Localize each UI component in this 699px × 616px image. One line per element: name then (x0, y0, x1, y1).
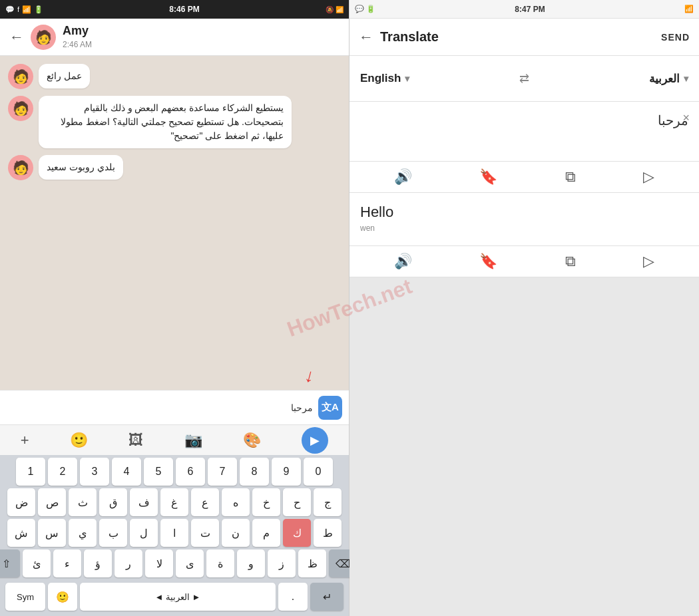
target-lang-chevron: ▾ (684, 73, 688, 84)
key-7[interactable]: 7 (208, 458, 237, 486)
key-jim[interactable]: ج (314, 488, 342, 516)
right-panel: 💬 🔋 8:47 PM 📶 ← Translate SEND English ▾… (350, 0, 699, 616)
send-button[interactable]: ▶ (302, 427, 328, 454)
key-ya[interactable]: ي (69, 519, 97, 547)
result-bookmark-icon[interactable]: 🔖 (479, 253, 497, 270)
lang-selector: English ▾ ⇄ العربية ▾ (350, 56, 699, 102)
translate-header: ← Translate SEND (350, 19, 699, 56)
clear-button[interactable]: × (682, 111, 690, 125)
avatar-header: 🧑 (31, 25, 56, 50)
send-link[interactable]: SEND (661, 32, 690, 43)
key-ra[interactable]: ر (115, 549, 142, 577)
wifi-icon-r: 📶 (684, 5, 694, 13)
back-button-right[interactable]: ← (359, 29, 373, 46)
key-hha[interactable]: ح (283, 488, 311, 516)
key-2[interactable]: 2 (48, 458, 77, 486)
key-alef[interactable]: ا (160, 519, 188, 547)
key-zain[interactable]: ز (268, 549, 296, 577)
avatar-1: 🧑 (8, 64, 33, 89)
key-6[interactable]: 6 (176, 458, 205, 486)
key-ta[interactable]: ت (191, 519, 219, 547)
result-speaker-icon[interactable]: 🔊 (394, 253, 412, 270)
source-speaker-icon[interactable]: 🔊 (394, 168, 412, 186)
key-8[interactable]: 8 (240, 458, 269, 486)
messenger-icon: 💬 (5, 5, 15, 14)
plus-icon[interactable]: + (21, 432, 29, 449)
key-9[interactable]: 9 (272, 458, 301, 486)
camera-icon[interactable]: 📷 (184, 432, 202, 449)
key-waw[interactable]: و (237, 549, 265, 577)
key-kha[interactable]: خ (252, 488, 280, 516)
back-button-left[interactable]: ← (9, 29, 24, 46)
key-mim[interactable]: م (252, 519, 280, 547)
key-emoji[interactable]: 🙂 (48, 583, 77, 611)
target-lang-button[interactable]: العربية ▾ (538, 72, 689, 86)
key-waw-hamza[interactable]: ؤ (84, 549, 112, 577)
keyboard-row-4: ⇧ ئ ء ؤ ر لا ى ة و ز ظ ⌫ (1, 549, 348, 577)
key-tah[interactable]: ط (314, 519, 342, 547)
key-1[interactable]: 1 (16, 458, 45, 486)
key-tha[interactable]: ث (69, 488, 97, 516)
key-ya2[interactable]: ئ (23, 549, 51, 577)
gallery-icon[interactable]: 🖼 (128, 432, 143, 449)
message-input[interactable] (7, 396, 313, 420)
translate-badge[interactable]: 文A (318, 396, 342, 420)
key-fa[interactable]: ف (130, 488, 158, 516)
key-space[interactable]: ◄ العربية ► (80, 583, 276, 611)
source-copy-icon[interactable]: ⧉ (565, 168, 576, 186)
key-enter[interactable]: ↵ (310, 583, 344, 611)
input-area: ↓ 文A (0, 390, 349, 424)
sticker-icon[interactable]: 🎨 (243, 432, 261, 449)
time-left: 8:46 PM (169, 5, 199, 14)
source-lang-button[interactable]: English ▾ (360, 72, 511, 85)
result-section: Hello wen (350, 193, 699, 246)
source-send-icon[interactable]: ▷ (643, 168, 654, 186)
result-send-icon[interactable]: ▷ (643, 253, 654, 270)
avatar-2: 🧑 (8, 96, 33, 121)
bubble-2: يستطيع الشركاء مساعدة بعضهم البعض و ذلك … (39, 96, 292, 148)
key-3[interactable]: 3 (80, 458, 109, 486)
toolbar-icons: + 🙂 🖼 📷 🎨 ▶ (0, 424, 349, 455)
key-dha[interactable]: ظ (298, 549, 326, 577)
key-sin[interactable]: س (38, 519, 66, 547)
bubble-1: عمل رائع (39, 64, 90, 88)
battery-icon-r: 🔋 (366, 5, 375, 13)
key-0[interactable]: 0 (304, 458, 333, 486)
key-dad[interactable]: ض (7, 488, 35, 516)
keyboard-row-3: ش س ي ب ل ا ت ن م ك ط (1, 519, 348, 547)
time-right: 8:47 PM (515, 5, 545, 14)
message-row: 🧑 عمل رائع (8, 64, 341, 89)
message-row: 🧑 بلدي روبوت سعيد (8, 155, 341, 180)
messenger-icon-r: 💬 (355, 5, 364, 13)
key-ain[interactable]: ع (191, 488, 219, 516)
status-icons-r: 📶 (684, 5, 694, 13)
source-bookmark-icon[interactable]: 🔖 (479, 168, 497, 186)
key-shift[interactable]: ⇧ (0, 549, 20, 577)
key-5[interactable]: 5 (144, 458, 173, 486)
notification-icons-right: 💬 🔋 (355, 5, 375, 13)
key-alef-maqsura[interactable]: ى (176, 549, 204, 577)
key-ghain[interactable]: غ (160, 488, 188, 516)
key-ha[interactable]: ه (222, 488, 250, 516)
key-ta-marbuta[interactable]: ة (206, 549, 234, 577)
key-4[interactable]: 4 (112, 458, 141, 486)
key-sym[interactable]: Sym (5, 583, 45, 611)
key-kaf[interactable]: ك (283, 519, 311, 547)
key-nun[interactable]: ن (222, 519, 250, 547)
key-hamza[interactable]: ء (53, 549, 81, 577)
swap-langs-button[interactable]: ⇄ (511, 65, 538, 92)
key-qaf[interactable]: ق (99, 488, 127, 516)
key-lam[interactable]: ل (130, 519, 158, 547)
key-laa[interactable]: لا (145, 549, 173, 577)
status-bar-right: 💬 🔋 8:47 PM 📶 (350, 0, 699, 19)
key-dot[interactable]: . (278, 583, 308, 611)
keyboard: 1 2 3 4 5 6 7 8 9 0 ض ص ث ق ف غ ع ه (0, 455, 349, 616)
key-ba[interactable]: ب (99, 519, 127, 547)
source-section: مرحبا × (350, 102, 699, 162)
key-sad[interactable]: ص (38, 488, 66, 516)
result-copy-icon[interactable]: ⧉ (565, 253, 576, 270)
key-shin[interactable]: ش (7, 519, 35, 547)
source-lang-chevron: ▾ (405, 73, 409, 84)
emoji-icon[interactable]: 🙂 (70, 432, 88, 449)
chat-header: ← 🧑 Amy 2:46 AM (0, 19, 349, 56)
